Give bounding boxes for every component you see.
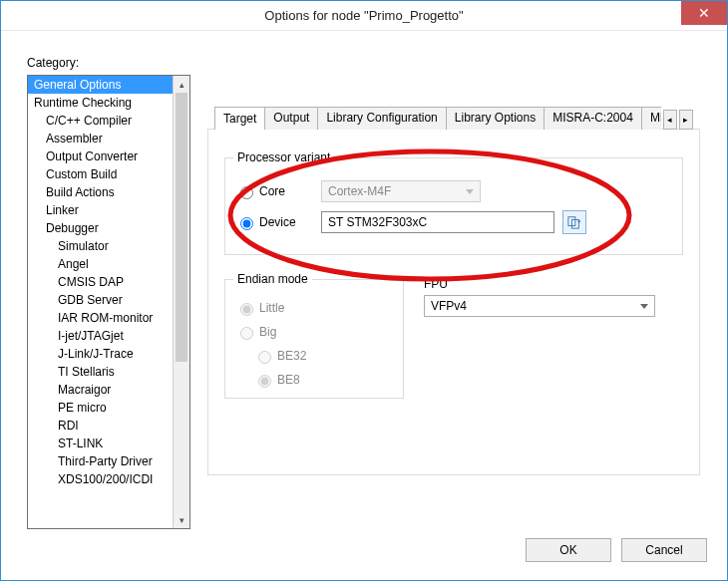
tab[interactable]: Output	[264, 107, 318, 130]
processor-variant-group: Processor variant Core Cortex-M4F Device…	[224, 157, 683, 255]
device-field[interactable]: ST STM32F303xC	[321, 211, 554, 233]
endian-be32-radio	[258, 351, 271, 364]
titlebar: Options for node "Primo_Progetto" ✕	[1, 1, 727, 31]
category-item[interactable]: C/C++ Compiler	[28, 112, 173, 130]
scroll-track[interactable]	[174, 93, 189, 511]
close-icon: ✕	[698, 5, 710, 21]
device-label: Device	[259, 215, 321, 229]
endian-big-label: Big	[259, 325, 276, 339]
endian-mode-group: Endian mode Little Big BE32 BE8	[224, 279, 404, 399]
fpu-combobox[interactable]: VFPv4	[424, 295, 655, 317]
category-item[interactable]: RDI	[28, 417, 173, 435]
endian-be32-label: BE32	[277, 349, 306, 363]
core-label: Core	[259, 184, 321, 198]
tab-scroll-left[interactable]: ◂	[663, 110, 677, 130]
dialog-button-row: OK Cancel	[526, 538, 707, 562]
browse-icon	[567, 215, 581, 229]
tab[interactable]: MISRA-C:2004	[544, 107, 642, 130]
settings-panel: TargetOutputLibrary ConfigurationLibrary…	[207, 129, 700, 475]
window-title: Options for node "Primo_Progetto"	[264, 8, 463, 23]
category-item[interactable]: TI Stellaris	[28, 363, 173, 381]
tab[interactable]: MISR	[641, 107, 661, 130]
category-item[interactable]: IAR ROM-monitor	[28, 309, 173, 327]
category-item[interactable]: Angel	[28, 255, 173, 273]
group-title: Processor variant	[233, 150, 334, 164]
core-value: Cortex-M4F	[328, 184, 391, 198]
tabstrip: TargetOutputLibrary ConfigurationLibrary…	[214, 108, 693, 130]
category-item[interactable]: Linker	[28, 201, 173, 219]
category-item[interactable]: Runtime Checking	[28, 94, 173, 112]
category-item[interactable]: Build Actions	[28, 183, 173, 201]
category-item[interactable]: Simulator	[28, 237, 173, 255]
category-item[interactable]: I-jet/JTAGjet	[28, 327, 173, 345]
fpu-value: VFPv4	[431, 299, 467, 313]
device-browse-button[interactable]	[562, 210, 586, 234]
category-item[interactable]: General Options	[28, 76, 173, 94]
core-radio[interactable]	[240, 186, 253, 199]
endian-be8-label: BE8	[277, 373, 300, 387]
tab-scroll-right[interactable]: ▸	[679, 110, 693, 130]
category-item[interactable]: J-Link/J-Trace	[28, 345, 173, 363]
category-item[interactable]: CMSIS DAP	[28, 273, 173, 291]
group-title: Endian mode	[233, 272, 312, 286]
scroll-down-icon[interactable]: ▾	[174, 511, 189, 528]
core-combobox: Cortex-M4F	[321, 180, 481, 202]
category-item[interactable]: XDS100/200/ICDI	[28, 470, 173, 488]
device-radio[interactable]	[240, 217, 253, 230]
category-item[interactable]: PE micro	[28, 399, 173, 417]
scrollbar[interactable]: ▴ ▾	[173, 76, 189, 528]
endian-big-radio	[240, 327, 253, 340]
endian-little-label: Little	[259, 301, 284, 315]
close-button[interactable]: ✕	[681, 1, 727, 25]
category-item[interactable]: Macraigor	[28, 381, 173, 399]
category-item[interactable]: Assembler	[28, 130, 173, 147]
scroll-up-icon[interactable]: ▴	[174, 76, 189, 93]
category-item[interactable]: Debugger	[28, 219, 173, 237]
category-listbox[interactable]: General OptionsRuntime CheckingC/C++ Com…	[27, 75, 190, 529]
options-dialog: Options for node "Primo_Progetto" ✕ Cate…	[0, 0, 728, 581]
cancel-button[interactable]: Cancel	[621, 538, 707, 562]
category-item[interactable]: Output Converter	[28, 147, 173, 165]
endian-little-radio	[240, 303, 253, 316]
ok-button[interactable]: OK	[526, 538, 611, 562]
tab[interactable]: Library Configuration	[317, 107, 446, 130]
category-label: Category:	[27, 56, 79, 70]
category-item[interactable]: GDB Server	[28, 291, 173, 309]
category-item[interactable]: ST-LINK	[28, 435, 173, 452]
category-item[interactable]: Custom Build	[28, 165, 173, 183]
fpu-label: FPU	[424, 277, 448, 291]
tab[interactable]: Library Options	[446, 107, 545, 130]
endian-be8-radio	[258, 375, 271, 388]
category-item[interactable]: Third-Party Driver	[28, 452, 173, 470]
device-value: ST STM32F303xC	[328, 215, 427, 229]
scroll-thumb[interactable]	[176, 93, 187, 362]
tab[interactable]: Target	[214, 107, 265, 130]
